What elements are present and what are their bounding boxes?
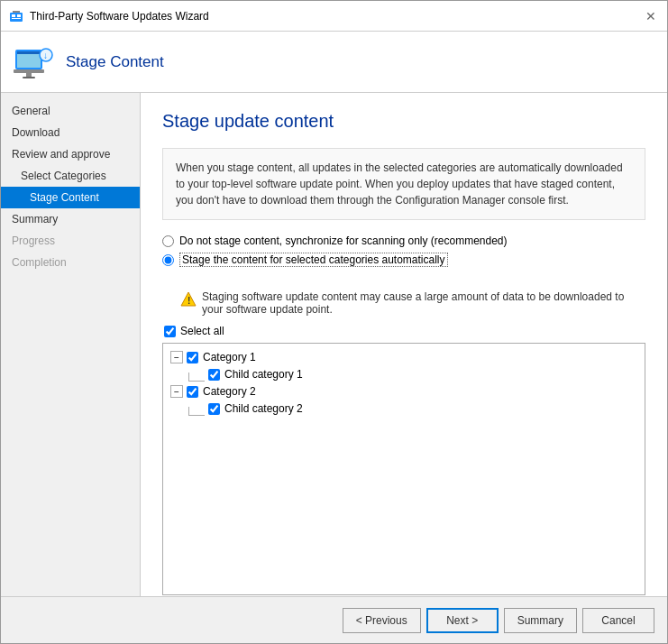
warning-text: Staging software update content may caus… (202, 290, 645, 316)
category-tree: − Category 1 Child category 1 − Category… (162, 343, 645, 595)
svg-rect-1 (12, 14, 15, 17)
tree-childcat1-row: Child category 1 (188, 365, 637, 383)
radio-option1[interactable] (162, 235, 174, 247)
select-all-row: Select all (162, 325, 645, 337)
tree-cat2-label: Category 2 (203, 385, 256, 398)
summary-button[interactable]: Summary (504, 608, 577, 633)
tree-childcat2-label: Child category 2 (224, 402, 303, 415)
wizard-icon: ↓ (14, 42, 53, 82)
tree-checkbox-cat2[interactable] (187, 386, 198, 398)
radio-group: Do not stage content, synchronize for sc… (162, 235, 645, 272)
wizard-step-title: Stage Content (66, 53, 164, 71)
content-title: Stage update content (162, 111, 645, 132)
title-bar: Third-Party Software Updates Wizard ✕ (1, 1, 667, 32)
tree-cat2-children: Child category 2 (188, 400, 637, 418)
radio-option2[interactable] (162, 254, 174, 266)
main-window: Third-Party Software Updates Wizard ✕ ↓ … (0, 0, 668, 644)
tree-category2-row: − Category 2 (170, 383, 637, 400)
window-title: Third-Party Software Updates Wizard (30, 10, 642, 23)
radio-option1-row: Do not stage content, synchronize for sc… (162, 235, 645, 247)
tree-checkbox-childcat1[interactable] (208, 369, 220, 381)
select-all-label: Select all (180, 325, 224, 337)
tree-line2 (188, 407, 205, 416)
main-content-area: General Download Review and approve Sele… (1, 93, 667, 596)
window-icon (8, 8, 24, 24)
tree-checkbox-childcat2[interactable] (208, 403, 220, 415)
cancel-button[interactable]: Cancel (582, 608, 654, 633)
svg-rect-7 (17, 51, 41, 54)
tree-childcat2-row: Child category 2 (188, 400, 637, 418)
close-button[interactable]: ✕ (642, 7, 660, 25)
svg-rect-8 (14, 69, 44, 73)
next-button[interactable]: Next > (426, 608, 499, 633)
radio-option2-row: Stage the content for selected categorie… (162, 253, 645, 267)
tree-checkbox-cat1[interactable] (187, 352, 198, 363)
sidebar-item-stage-content[interactable]: Stage Content (1, 187, 140, 208)
sidebar-item-general[interactable]: General (1, 100, 140, 122)
svg-marker-4 (13, 11, 20, 13)
tree-cat1-children: Child category 1 (188, 365, 637, 383)
svg-rect-2 (17, 14, 21, 17)
sidebar-item-download[interactable]: Download (1, 122, 140, 143)
svg-rect-10 (23, 77, 35, 78)
select-all-checkbox[interactable] (164, 326, 176, 337)
svg-text:↓: ↓ (43, 51, 48, 60)
sidebar-item-review[interactable]: Review and approve (1, 143, 140, 165)
sidebar-item-select-categories[interactable]: Select Categories (1, 165, 140, 187)
tree-category1-row: − Category 1 (170, 349, 637, 365)
previous-button[interactable]: < Previous (343, 608, 421, 633)
tree-expand-cat1[interactable]: − (170, 351, 183, 363)
info-description: When you stage content, all updates in t… (162, 148, 645, 220)
wizard-header: ↓ Stage Content (1, 32, 667, 93)
warning-icon: ! (180, 291, 197, 308)
tree-expand-cat2[interactable]: − (170, 385, 183, 398)
radio-option2-label: Stage the content for selected categorie… (179, 253, 448, 267)
tree-cat1-label: Category 1 (203, 351, 256, 363)
svg-text:!: ! (188, 296, 190, 306)
sidebar-item-progress: Progress (1, 230, 140, 252)
svg-rect-3 (12, 18, 21, 19)
radio-option1-label: Do not stage content, synchronize for sc… (179, 235, 508, 247)
sidebar: General Download Review and approve Sele… (1, 93, 141, 596)
content-area: Stage update content When you stage cont… (141, 93, 667, 596)
wizard-footer: < Previous Next > Summary Cancel (1, 596, 667, 643)
warning-box: ! Staging software update content may ca… (180, 290, 645, 316)
sidebar-item-completion: Completion (1, 252, 140, 273)
sidebar-item-summary[interactable]: Summary (1, 208, 140, 230)
svg-rect-9 (26, 73, 32, 77)
tree-line1 (188, 373, 205, 382)
tree-childcat1-label: Child category 1 (224, 368, 303, 381)
